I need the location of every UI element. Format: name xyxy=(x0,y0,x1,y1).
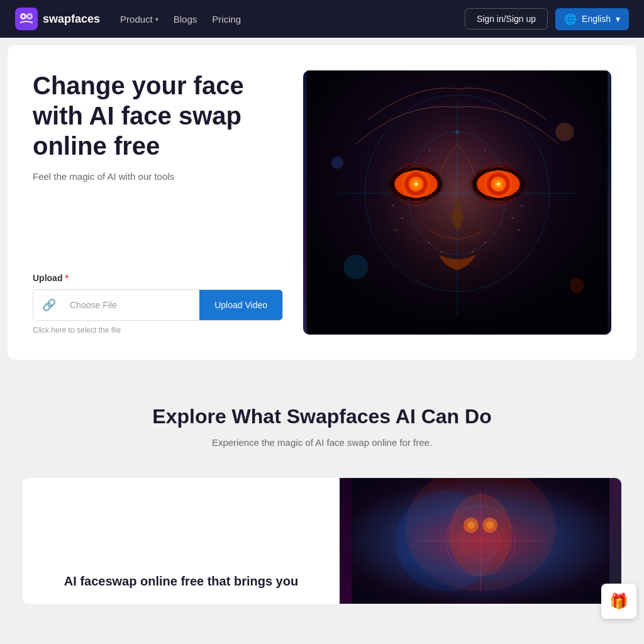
svg-point-43 xyxy=(441,251,443,253)
card-left-title: AI faceswap online free that brings you xyxy=(40,574,322,589)
gift-icon: 🎁 xyxy=(609,592,628,610)
chevron-down-icon: ▾ xyxy=(155,16,158,23)
upload-hint: Click here to select the file xyxy=(33,326,283,335)
svg-point-47 xyxy=(555,123,574,141)
upload-required: * xyxy=(65,273,68,283)
svg-point-49 xyxy=(570,278,584,292)
navbar-links: Product ▾ Blogs Pricing xyxy=(120,14,445,25)
svg-point-12 xyxy=(428,149,431,152)
language-button[interactable]: 🌐 English ▾ xyxy=(555,8,629,30)
explore-subtitle: Experience the magic of AI face swap onl… xyxy=(15,437,629,448)
svg-point-37 xyxy=(401,217,403,219)
svg-point-42 xyxy=(429,242,431,243)
svg-point-38 xyxy=(395,229,397,231)
signin-button[interactable]: Sign in/Sign up xyxy=(465,8,548,30)
nav-blogs[interactable]: Blogs xyxy=(174,14,197,25)
svg-point-44 xyxy=(472,251,474,253)
hero-image-container xyxy=(303,70,611,335)
upload-video-button[interactable]: Upload Video xyxy=(199,290,282,320)
svg-point-48 xyxy=(331,157,344,169)
link-icon: 🔗 xyxy=(33,290,65,320)
language-icon: 🌐 xyxy=(564,13,577,25)
logo-icon xyxy=(15,8,38,30)
hero-subtitle: Feel the magic of AI with our tools xyxy=(33,171,283,182)
file-name-display: Choose File xyxy=(65,290,199,320)
svg-point-46 xyxy=(343,255,368,279)
svg-point-36 xyxy=(392,204,394,206)
svg-point-22 xyxy=(415,183,418,186)
ai-face-illustration xyxy=(303,70,611,335)
navbar-actions: Sign in/Sign up 🌐 English ▾ xyxy=(465,8,629,30)
upload-input-row: 🔗 Choose File Upload Video xyxy=(33,289,283,321)
gift-button[interactable]: 🎁 xyxy=(601,584,636,619)
chevron-down-icon: ▾ xyxy=(616,14,620,24)
explore-title: Explore What Swapfaces AI Can Do xyxy=(15,405,629,428)
svg-point-32 xyxy=(497,183,499,186)
card-right-overlay xyxy=(340,478,621,604)
svg-point-13 xyxy=(484,149,486,152)
nav-pricing[interactable]: Pricing xyxy=(212,14,241,25)
upload-label: Upload * xyxy=(33,273,283,283)
svg-point-39 xyxy=(521,204,523,206)
language-label: English xyxy=(582,14,611,24)
explore-section: Explore What Swapfaces AI Can Do Experie… xyxy=(0,367,644,629)
bottom-cards: AI faceswap online free that brings you xyxy=(23,478,621,604)
logo-text: swapfaces xyxy=(43,13,100,26)
svg-point-45 xyxy=(484,242,486,243)
hero-left: Change your face with AI face swap onlin… xyxy=(33,70,283,335)
svg-point-40 xyxy=(511,217,513,219)
navbar: swapfaces Product ▾ Blogs Pricing Sign i… xyxy=(0,0,644,38)
card-left: AI faceswap online free that brings you xyxy=(23,478,340,604)
nav-product[interactable]: Product ▾ xyxy=(120,14,158,25)
hero-image xyxy=(303,70,611,335)
card-right xyxy=(340,478,621,604)
svg-point-11 xyxy=(455,130,459,134)
logo-link[interactable]: swapfaces xyxy=(15,8,100,30)
svg-rect-0 xyxy=(15,8,38,30)
svg-point-3 xyxy=(22,15,25,18)
hero-title: Change your face with AI face swap onlin… xyxy=(33,70,283,161)
svg-point-4 xyxy=(28,15,31,18)
svg-point-41 xyxy=(518,229,519,231)
hero-section: Change your face with AI face swap onlin… xyxy=(8,45,636,360)
upload-section: Upload * 🔗 Choose File Upload Video Clic… xyxy=(33,273,283,335)
